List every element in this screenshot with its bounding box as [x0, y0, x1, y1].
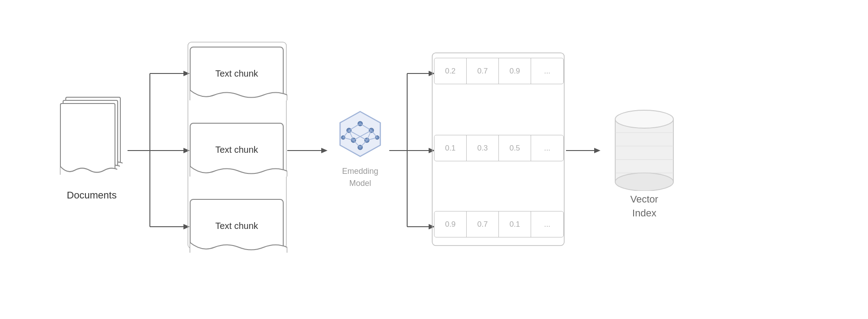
- vector-cell-1-4: ...: [531, 58, 563, 84]
- text-chunk-1-label: Text chunk: [215, 69, 258, 79]
- vector-row-1: 0.2 0.7 0.9 ...: [434, 58, 564, 84]
- vector-cell-3-3: 0.1: [499, 211, 531, 237]
- svg-marker-5: [183, 148, 190, 153]
- doc-stack: [58, 97, 125, 180]
- vector-cell-2-3: 0.5: [499, 135, 531, 161]
- text-chunk-2-label: Text chunk: [215, 145, 258, 155]
- vector-cell-1-3: 0.9: [499, 58, 531, 84]
- text-chunk-2: Text chunk: [190, 123, 284, 177]
- text-chunk-3: Text chunk: [190, 199, 284, 253]
- vector-index-group: Vector Index: [600, 101, 689, 220]
- cylinder-icon: [608, 101, 680, 191]
- doc-page-front: [60, 103, 115, 175]
- text-chunk-1: Text chunk: [190, 47, 284, 100]
- text-chunk-3-label: Text chunk: [215, 221, 258, 231]
- documents-label: Documents: [67, 190, 116, 201]
- svg-marker-3: [183, 71, 190, 76]
- embedding-model-icon: [333, 108, 387, 162]
- vector-row-3: 0.9 0.7 0.1 ...: [434, 211, 564, 237]
- vector-cell-3-1: 0.9: [434, 211, 467, 237]
- vector-cell-3-4: ...: [531, 211, 563, 237]
- vector-index-label: Vector Index: [630, 193, 658, 220]
- vector-cell-2-4: ...: [531, 135, 563, 161]
- vector-cell-2-1: 0.1: [434, 135, 467, 161]
- svg-point-47: [615, 110, 673, 128]
- vector-cell-1-1: 0.2: [434, 58, 467, 84]
- vector-cell-1-2: 0.7: [467, 58, 499, 84]
- svg-point-48: [615, 173, 673, 191]
- vector-cell-3-2: 0.7: [467, 211, 499, 237]
- vector-cell-2-2: 0.3: [467, 135, 499, 161]
- embedding-model-group: Emedding Model: [318, 108, 403, 190]
- embedding-model-label: Emedding Model: [342, 165, 378, 190]
- vector-row-2: 0.1 0.3 0.5 ...: [434, 135, 564, 161]
- diagram-container: Documents Text chunk Text chunk Text chu…: [31, 21, 837, 298]
- documents-group: Documents: [49, 97, 134, 201]
- svg-marker-9: [183, 224, 190, 229]
